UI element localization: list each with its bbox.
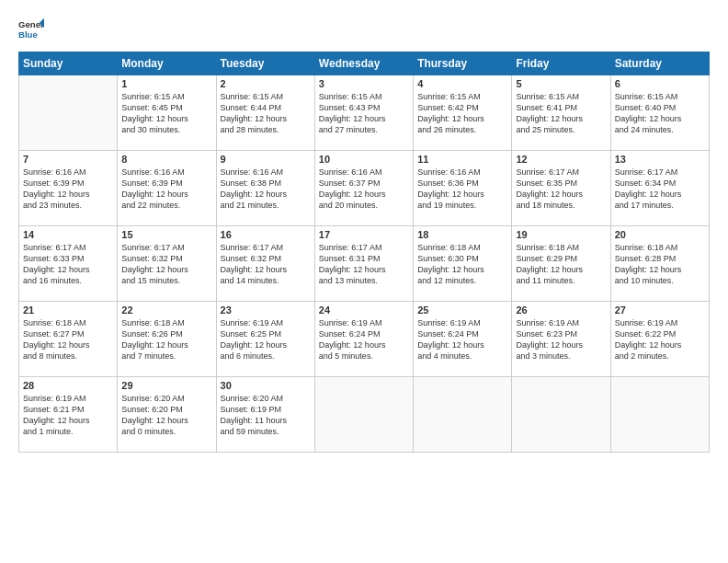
day-info: Sunrise: 6:19 AMSunset: 6:23 PMDaylight:… — [516, 317, 606, 362]
calendar-cell: 29Sunrise: 6:20 AMSunset: 6:20 PMDayligh… — [118, 377, 216, 453]
day-info: Sunrise: 6:16 AMSunset: 6:37 PMDaylight:… — [319, 167, 409, 212]
calendar-cell: 26Sunrise: 6:19 AMSunset: 6:23 PMDayligh… — [512, 302, 610, 377]
day-number: 14 — [23, 229, 113, 240]
day-number: 2 — [221, 78, 311, 89]
day-number: 21 — [23, 304, 113, 316]
day-info: Sunrise: 6:16 AMSunset: 6:36 PMDaylight:… — [417, 167, 507, 212]
calendar-cell: 17Sunrise: 6:17 AMSunset: 6:31 PMDayligh… — [314, 226, 413, 302]
calendar-cell: 30Sunrise: 6:20 AMSunset: 6:19 PMDayligh… — [216, 377, 314, 453]
calendar-cell: 15Sunrise: 6:17 AMSunset: 6:32 PMDayligh… — [118, 226, 216, 302]
day-number: 5 — [516, 78, 606, 89]
weekday-header-thursday: Thursday — [414, 52, 512, 75]
calendar-cell: 8Sunrise: 6:16 AMSunset: 6:39 PMDaylight… — [118, 151, 216, 226]
calendar-cell — [414, 377, 512, 453]
week-row-3: 14Sunrise: 6:17 AMSunset: 6:33 PMDayligh… — [19, 226, 710, 302]
calendar-cell: 28Sunrise: 6:19 AMSunset: 6:21 PMDayligh… — [19, 377, 118, 453]
day-info: Sunrise: 6:17 AMSunset: 6:34 PMDaylight:… — [615, 167, 705, 212]
day-number: 25 — [417, 304, 507, 316]
calendar-cell: 23Sunrise: 6:19 AMSunset: 6:25 PMDayligh… — [216, 302, 314, 377]
logo: General Blue — [18, 17, 44, 42]
day-number: 6 — [615, 78, 705, 89]
day-info: Sunrise: 6:15 AMSunset: 6:45 PMDaylight:… — [121, 91, 211, 136]
day-number: 8 — [121, 154, 211, 165]
day-number: 16 — [221, 229, 311, 240]
logo-icon: General Blue — [18, 17, 44, 42]
weekday-header-tuesday: Tuesday — [216, 52, 314, 75]
day-number: 26 — [516, 304, 606, 316]
day-number: 13 — [615, 154, 705, 165]
weekday-header-monday: Monday — [118, 52, 216, 75]
day-info: Sunrise: 6:18 AMSunset: 6:28 PMDaylight:… — [615, 242, 705, 287]
day-info: Sunrise: 6:15 AMSunset: 6:44 PMDaylight:… — [221, 91, 311, 136]
day-number: 4 — [417, 78, 507, 89]
calendar-cell: 19Sunrise: 6:18 AMSunset: 6:29 PMDayligh… — [512, 226, 610, 302]
calendar-cell: 6Sunrise: 6:15 AMSunset: 6:40 PMDaylight… — [610, 75, 709, 151]
day-info: Sunrise: 6:19 AMSunset: 6:25 PMDaylight:… — [221, 317, 311, 362]
day-number: 22 — [121, 304, 211, 316]
calendar-cell: 1Sunrise: 6:15 AMSunset: 6:45 PMDaylight… — [118, 75, 216, 151]
week-row-2: 7Sunrise: 6:16 AMSunset: 6:39 PMDaylight… — [19, 151, 710, 226]
calendar: SundayMondayTuesdayWednesdayThursdayFrid… — [18, 52, 710, 453]
day-number: 28 — [23, 380, 113, 391]
weekday-header-row: SundayMondayTuesdayWednesdayThursdayFrid… — [19, 52, 710, 75]
calendar-cell: 13Sunrise: 6:17 AMSunset: 6:34 PMDayligh… — [610, 151, 709, 226]
calendar-cell: 4Sunrise: 6:15 AMSunset: 6:42 PMDaylight… — [414, 75, 512, 151]
weekday-header-friday: Friday — [512, 52, 610, 75]
calendar-cell: 20Sunrise: 6:18 AMSunset: 6:28 PMDayligh… — [610, 226, 709, 302]
day-info: Sunrise: 6:19 AMSunset: 6:21 PMDaylight:… — [23, 393, 113, 438]
calendar-cell — [610, 377, 709, 453]
day-number: 7 — [23, 154, 113, 165]
day-info: Sunrise: 6:15 AMSunset: 6:41 PMDaylight:… — [516, 91, 606, 136]
calendar-cell: 9Sunrise: 6:16 AMSunset: 6:38 PMDaylight… — [216, 151, 314, 226]
day-number: 10 — [319, 154, 409, 165]
day-info: Sunrise: 6:18 AMSunset: 6:30 PMDaylight:… — [417, 242, 507, 287]
calendar-cell: 3Sunrise: 6:15 AMSunset: 6:43 PMDaylight… — [314, 75, 413, 151]
day-number: 20 — [615, 229, 705, 240]
calendar-cell — [314, 377, 413, 453]
calendar-cell: 25Sunrise: 6:19 AMSunset: 6:24 PMDayligh… — [414, 302, 512, 377]
day-number: 27 — [615, 304, 705, 316]
day-info: Sunrise: 6:17 AMSunset: 6:32 PMDaylight:… — [121, 242, 211, 287]
calendar-cell: 5Sunrise: 6:15 AMSunset: 6:41 PMDaylight… — [512, 75, 610, 151]
day-number: 11 — [417, 154, 507, 165]
day-number: 3 — [319, 78, 409, 89]
week-row-5: 28Sunrise: 6:19 AMSunset: 6:21 PMDayligh… — [19, 377, 710, 453]
day-number: 23 — [221, 304, 311, 316]
calendar-cell: 12Sunrise: 6:17 AMSunset: 6:35 PMDayligh… — [512, 151, 610, 226]
day-info: Sunrise: 6:16 AMSunset: 6:39 PMDaylight:… — [23, 167, 113, 212]
day-info: Sunrise: 6:20 AMSunset: 6:19 PMDaylight:… — [221, 393, 311, 438]
day-info: Sunrise: 6:16 AMSunset: 6:38 PMDaylight:… — [221, 167, 311, 212]
day-info: Sunrise: 6:18 AMSunset: 6:29 PMDaylight:… — [516, 242, 606, 287]
day-number: 9 — [221, 154, 311, 165]
calendar-cell: 27Sunrise: 6:19 AMSunset: 6:22 PMDayligh… — [610, 302, 709, 377]
calendar-cell: 24Sunrise: 6:19 AMSunset: 6:24 PMDayligh… — [314, 302, 413, 377]
calendar-cell: 7Sunrise: 6:16 AMSunset: 6:39 PMDaylight… — [19, 151, 118, 226]
day-number: 18 — [417, 229, 507, 240]
calendar-cell: 18Sunrise: 6:18 AMSunset: 6:30 PMDayligh… — [414, 226, 512, 302]
weekday-header-sunday: Sunday — [19, 52, 118, 75]
calendar-cell — [19, 75, 118, 151]
calendar-cell: 2Sunrise: 6:15 AMSunset: 6:44 PMDaylight… — [216, 75, 314, 151]
calendar-cell: 10Sunrise: 6:16 AMSunset: 6:37 PMDayligh… — [314, 151, 413, 226]
day-info: Sunrise: 6:19 AMSunset: 6:22 PMDaylight:… — [615, 317, 705, 362]
day-info: Sunrise: 6:15 AMSunset: 6:40 PMDaylight:… — [615, 91, 705, 136]
day-number: 12 — [516, 154, 606, 165]
week-row-1: 1Sunrise: 6:15 AMSunset: 6:45 PMDaylight… — [19, 75, 710, 151]
svg-text:General: General — [18, 19, 44, 29]
calendar-cell: 11Sunrise: 6:16 AMSunset: 6:36 PMDayligh… — [414, 151, 512, 226]
day-info: Sunrise: 6:15 AMSunset: 6:42 PMDaylight:… — [417, 91, 507, 136]
day-info: Sunrise: 6:17 AMSunset: 6:31 PMDaylight:… — [319, 242, 409, 287]
calendar-cell: 21Sunrise: 6:18 AMSunset: 6:27 PMDayligh… — [19, 302, 118, 377]
calendar-cell: 14Sunrise: 6:17 AMSunset: 6:33 PMDayligh… — [19, 226, 118, 302]
day-info: Sunrise: 6:19 AMSunset: 6:24 PMDaylight:… — [417, 317, 507, 362]
calendar-cell — [512, 377, 610, 453]
day-number: 30 — [221, 380, 311, 391]
day-number: 1 — [121, 78, 211, 89]
day-info: Sunrise: 6:15 AMSunset: 6:43 PMDaylight:… — [319, 91, 409, 136]
day-number: 15 — [121, 229, 211, 240]
day-number: 24 — [319, 304, 409, 316]
day-info: Sunrise: 6:17 AMSunset: 6:35 PMDaylight:… — [516, 167, 606, 212]
day-info: Sunrise: 6:20 AMSunset: 6:20 PMDaylight:… — [121, 393, 211, 438]
day-info: Sunrise: 6:18 AMSunset: 6:26 PMDaylight:… — [121, 317, 211, 362]
day-info: Sunrise: 6:19 AMSunset: 6:24 PMDaylight:… — [319, 317, 409, 362]
